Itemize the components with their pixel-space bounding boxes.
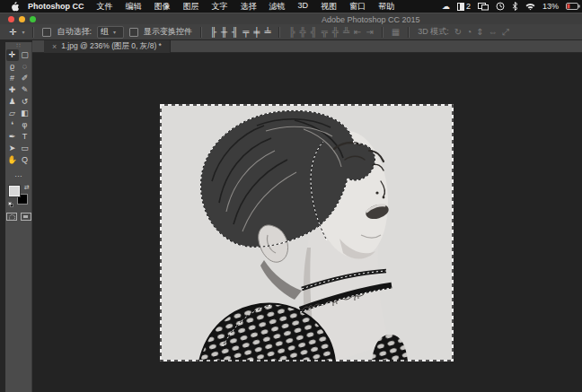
align-icon-5[interactable]: ╧ [264,28,270,37]
3d-mode-icon-0[interactable]: ↻ [454,28,462,37]
3d-mode-icon-2[interactable]: ⇕ [476,28,483,37]
document-tab[interactable]: × 1.jpg @ 236% (图层 0, 灰/8) * [44,40,171,53]
hand-tool[interactable]: ✋ [6,154,19,166]
quick-selection-tool[interactable]: ◌ [19,61,31,73]
swap-colors-icon[interactable]: ⇄ [24,184,30,190]
crop-tool[interactable]: # [6,73,19,84]
zoom-window-button[interactable] [30,16,36,22]
align-icon-1[interactable]: ╫ [221,28,227,37]
screen-mode-icon[interactable] [21,213,31,221]
bluetooth-icon[interactable] [512,2,518,11]
brush-tool[interactable]: ✎ [19,84,31,96]
menu-item-图像[interactable]: 图像 [154,1,171,13]
menu-item-3D[interactable]: 3D [298,1,309,13]
distribute-icon-7[interactable]: ⇥ [366,28,373,37]
close-tab-icon[interactable]: × [52,42,57,51]
apple-menu-icon[interactable] [11,2,19,12]
3d-mode-icon-3[interactable]: ⇔ [489,28,498,37]
app-menu-title[interactable]: Photoshop CC [28,2,84,11]
tools-panel-header[interactable]: ∷ [5,42,31,49]
distribute-icon-4[interactable]: ╬ [332,28,339,37]
window-title-bar: Adobe Photoshop CC 2015 [0,13,582,24]
history-brush-tool[interactable]: ↺ [19,96,31,108]
distribute-icon-6[interactable]: ⇤ [354,28,361,37]
tools-panel: ∷ ✛▢ϱ◌#✐✚✎♟↺▱◧❛φ✒T➤▭✋Q … ⇄ [5,42,32,392]
eyedropper-tool[interactable]: ✐ [19,73,31,84]
auto-align-layers-icon[interactable]: ▦ [392,28,400,37]
tools-grid: ✛▢ϱ◌#✐✚✎♟↺▱◧❛φ✒T➤▭✋Q [5,49,31,166]
current-tool-icon: ✛ [9,27,16,37]
distribute-icon-1[interactable]: ╬ [300,28,306,37]
align-icon-4[interactable]: ╪ [253,28,260,37]
move-tool[interactable]: ✛ [6,49,19,61]
separator [408,27,410,38]
align-icon-2[interactable]: ╢ [232,28,238,37]
auto-select-checkbox[interactable] [42,28,51,37]
wifi-icon[interactable] [525,3,535,11]
3d-mode-icons-group: ↻◔⇕⇔⤢ [454,28,509,37]
time-machine-icon[interactable] [496,2,505,11]
menu-item-视图[interactable]: 视图 [321,1,337,13]
dodge-tool[interactable]: φ [19,119,31,131]
gradient-tool[interactable]: ◧ [19,108,31,119]
document-tab-strip: × 1.jpg @ 236% (图层 0, 灰/8) * [32,40,582,53]
cloud-icon[interactable]: ☁ [442,2,450,11]
blur-tool[interactable]: ❛ [6,119,19,131]
align-icon-3[interactable]: ╤ [242,28,249,37]
menu-item-编辑[interactable]: 编辑 [126,1,142,13]
menu-item-文字[interactable]: 文字 [212,1,228,13]
spot-healing-brush-tool[interactable]: ✚ [6,84,19,96]
menu-item-帮助[interactable]: 帮助 [378,1,394,13]
distribute-icon-5[interactable]: ╩ [343,28,349,37]
show-transform-controls-label: 显示变换控件 [144,26,192,38]
pen-tool[interactable]: ✒ [6,131,19,143]
distribute-icon-2[interactable]: ╣ [311,28,317,37]
portrait-graphic [160,104,454,362]
minimize-window-button[interactable] [19,16,25,22]
menu-items: 文件编辑图像图层文字选择滤镜3D视图窗口帮助 [97,1,395,13]
align-icons-group: ╟╫╢╤╪╧ [210,28,271,37]
zoom-tool[interactable]: Q [19,154,31,166]
battery-icon[interactable] [566,3,580,10]
displays-icon[interactable] [478,3,489,11]
default-colors-icon[interactable] [8,202,14,206]
auto-select-label: 自动选择: [57,26,92,38]
tool-preset-caret-icon[interactable]: ▾ [22,29,24,35]
auto-select-dropdown[interactable]: 组▾ [97,26,124,39]
foreground-color-swatch[interactable] [9,186,20,196]
close-window-button[interactable] [8,16,14,22]
quick-mask-mode-icon[interactable] [6,213,17,221]
align-icon-0[interactable]: ╟ [210,28,216,37]
separator [382,27,384,38]
3d-mode-label: 3D 模式: [418,26,449,38]
rectangular-marquee-tool[interactable]: ▢ [19,49,31,61]
type-tool[interactable]: T [19,131,31,143]
3d-mode-icon-4[interactable]: ⤢ [502,28,509,37]
eraser-tool[interactable]: ▱ [6,108,19,119]
separator [278,27,280,38]
battery-percent: 13% [542,2,559,11]
lasso-tool[interactable]: ϱ [6,61,19,73]
menu-item-图层[interactable]: 图层 [183,1,199,13]
distribute-icon-3[interactable]: ╦ [322,28,328,37]
edit-toolbar-ellipsis[interactable]: … [5,170,31,179]
input-source-icon[interactable]: 2 [457,2,471,11]
clone-stamp-tool[interactable]: ♟ [6,96,19,108]
menu-item-选择[interactable]: 选择 [241,1,257,13]
menu-item-文件[interactable]: 文件 [97,1,113,13]
menu-item-滤镜[interactable]: 滤镜 [269,1,286,13]
document-image[interactable] [160,104,454,362]
window-title: Adobe Photoshop CC 2015 [322,15,420,24]
separator [200,27,202,38]
menu-item-窗口[interactable]: 窗口 [349,1,366,13]
show-transform-controls-checkbox[interactable] [129,28,138,37]
menu-bar-status-area: ☁ 2 13% [442,0,580,13]
3d-mode-icon-1[interactable]: ◔ [466,28,472,37]
rectangle-tool[interactable]: ▭ [19,143,31,154]
macos-menu-bar: Photoshop CC 文件编辑图像图层文字选择滤镜3D视图窗口帮助 ☁ 2 … [0,0,582,13]
path-selection-tool[interactable]: ➤ [6,143,19,154]
distribute-icon-0[interactable]: ╠ [288,28,295,37]
tool-options-bar: ✛ ▾ 自动选择: 组▾ 显示变换控件 ╟╫╢╤╪╧ ╠╬╣╦╬╩⇤⇥ ▦ 3D… [0,24,582,40]
distribute-icons-group: ╠╬╣╦╬╩⇤⇥ [288,28,373,37]
color-swatches: ⇄ [8,184,30,207]
